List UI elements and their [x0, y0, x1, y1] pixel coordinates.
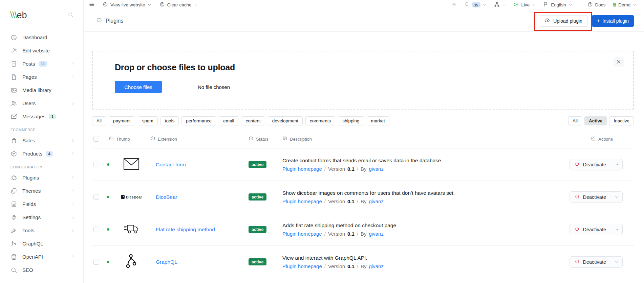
chevron-down-icon — [194, 3, 198, 7]
sidebar-item-settings[interactable]: Settings — [0, 211, 83, 224]
sidebar-item-graphql[interactable]: GraphQL — [0, 237, 83, 250]
status-filter-all[interactable]: All — [568, 116, 582, 125]
sidebar-item-sales[interactable]: Sales — [0, 134, 83, 147]
sidebar-item-openapi[interactable]: OpenAPI — [0, 250, 83, 263]
filter-performance[interactable]: performance — [181, 116, 216, 125]
plugin-author-link[interactable]: givanz — [369, 263, 384, 269]
clear-cache-menu[interactable]: Clear cache — [159, 2, 198, 8]
row-checkbox[interactable] — [93, 194, 99, 200]
filter-tools[interactable]: tools — [160, 116, 179, 125]
plugin-version: 0.1 — [347, 263, 355, 269]
sidebar-item-dashboard[interactable]: Dashboard — [0, 31, 83, 44]
status-filter-active[interactable]: Active — [584, 116, 607, 125]
plugin-name-link[interactable]: Contact form — [156, 162, 186, 167]
sidebar-item-posts[interactable]: Posts 11 — [0, 57, 83, 70]
plugin-version: 0.1 — [347, 231, 355, 237]
deactivate-button[interactable]: Deactivate — [570, 224, 611, 235]
media-image-icon — [10, 87, 17, 94]
row-checkbox[interactable] — [93, 259, 99, 265]
sidebar-item-themes[interactable]: Themes — [0, 184, 83, 197]
filter-email[interactable]: email — [219, 116, 238, 125]
install-plugin-button[interactable]: + Install plugin — [592, 15, 634, 27]
sitemap-menu[interactable] — [494, 2, 506, 8]
deactivate-button[interactable]: Deactivate — [570, 192, 611, 203]
sidebar-item-messages[interactable]: Messages 1 — [0, 110, 83, 123]
view-live-website-menu[interactable]: View live website — [103, 2, 151, 8]
notifications-menu[interactable]: 15 — [464, 2, 486, 8]
deactivate-dropdown-toggle[interactable] — [611, 192, 622, 203]
account-menu[interactable]: \\\ Demo — [613, 2, 637, 8]
plugin-homepage-link[interactable]: Plugin homepage — [282, 166, 322, 172]
plugin-homepage-link[interactable]: Plugin homepage — [282, 263, 322, 269]
app-logo[interactable]: \\\eb — [10, 10, 27, 21]
filter-spam[interactable]: spam — [138, 116, 158, 125]
close-icon — [616, 59, 621, 65]
filter-payment[interactable]: payment — [109, 116, 135, 125]
box-icon — [150, 136, 155, 142]
deactivate-button[interactable]: Deactivate — [570, 257, 611, 267]
select-all-checkbox[interactable] — [93, 136, 99, 142]
plus-icon: + — [597, 18, 600, 24]
chevron-right-icon — [71, 202, 75, 206]
plugin-name-link[interactable]: DiceBear — [156, 194, 177, 200]
filter-comments[interactable]: comments — [305, 116, 335, 125]
deactivate-dropdown-toggle[interactable] — [611, 257, 622, 267]
deactivate-button[interactable]: Deactivate — [570, 159, 611, 170]
filter-market[interactable]: market — [367, 116, 389, 125]
column-description: Description — [282, 136, 563, 142]
filter-shipping[interactable]: shipping — [338, 116, 364, 125]
graphql-branch-icon — [10, 240, 17, 247]
plugin-homepage-link[interactable]: Plugin homepage — [282, 198, 322, 204]
filter-development[interactable]: development — [268, 116, 303, 125]
sidebar-item-edit-website[interactable]: Edit website — [0, 44, 83, 57]
chevron-right-icon — [71, 75, 75, 79]
plugin-name-link[interactable]: Flat rate shipping method — [156, 227, 215, 232]
chevron-down-icon — [568, 3, 572, 7]
choose-files-button[interactable]: Choose files — [115, 81, 162, 93]
chevron-right-icon — [71, 151, 75, 156]
products-count-badge: 4 — [46, 151, 52, 157]
row-checkbox[interactable] — [93, 162, 99, 167]
sidebar-item-media-library[interactable]: Media library — [0, 84, 83, 97]
chevron-right-icon — [71, 175, 75, 180]
magnifier-icon — [10, 267, 17, 274]
hamburger-menu-icon[interactable] — [89, 2, 94, 8]
plugin-description: Adds flat rate shipping method on checko… — [282, 222, 563, 237]
theme-sun-icon[interactable] — [451, 2, 457, 8]
power-icon — [575, 227, 580, 233]
gear-icon — [10, 214, 17, 221]
upload-dropzone[interactable]: Drop or choose files to upload Choose fi… — [92, 51, 634, 110]
filter-content[interactable]: content — [241, 116, 265, 125]
app-root: \\\eb Dashboard Edit website Posts 11 — [0, 0, 644, 283]
sidebar-item-pages[interactable]: Pages — [0, 70, 83, 84]
filter-all[interactable]: All — [92, 116, 106, 125]
plugin-author-link[interactable]: givanz — [369, 198, 384, 204]
sidebar-item-tools[interactable]: Tools — [0, 224, 83, 237]
status-filter-inactive[interactable]: Inactive — [609, 116, 634, 125]
flag-icon — [543, 2, 549, 8]
docs-link[interactable]: Docs — [587, 2, 606, 8]
sidebar-item-products[interactable]: Products 4 — [0, 147, 83, 160]
close-upload-button[interactable] — [614, 57, 624, 67]
sidebar-item-fields[interactable]: Fields — [0, 197, 83, 211]
table-header: Thumb Extension Status Description — [92, 133, 634, 148]
plugin-name-link[interactable]: GraphQL — [156, 259, 177, 265]
upload-plugin-button[interactable]: Upload plugin — [539, 15, 588, 27]
live-status-menu[interactable]: Live — [513, 2, 536, 8]
deactivate-dropdown-toggle[interactable] — [611, 224, 622, 235]
active-status-dot — [107, 228, 109, 231]
deactivate-dropdown-toggle[interactable] — [611, 159, 622, 170]
plugin-author-link[interactable]: givanz — [369, 231, 384, 237]
dicebear-mark-icon — [121, 195, 125, 199]
plugin-homepage-link[interactable]: Plugin homepage — [282, 231, 322, 237]
deactivate-split-button: Deactivate — [570, 159, 623, 170]
row-checkbox[interactable] — [93, 227, 99, 232]
sidebar-item-seo[interactable]: SEO — [0, 263, 83, 277]
sidebar-item-users[interactable]: Users — [0, 97, 83, 110]
status-badge: active — [249, 193, 266, 201]
sidebar-item-plugins[interactable]: Plugins — [0, 171, 83, 184]
plugin-author-link[interactable]: givanz — [369, 166, 384, 172]
sidebar-search-icon[interactable] — [68, 12, 74, 19]
plugin-thumb — [112, 223, 150, 236]
language-menu[interactable]: English — [543, 2, 572, 8]
